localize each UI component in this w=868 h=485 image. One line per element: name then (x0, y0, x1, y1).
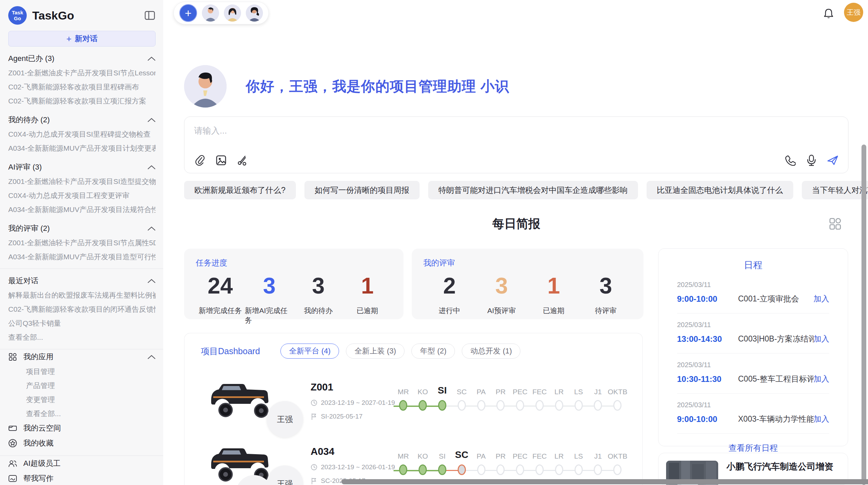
sidebar-task-item[interactable]: Z001-全新燃油皮卡产品开发项目SI节点Lesson Learn报告 (8, 66, 156, 80)
chat-input-box[interactable]: 请输入... (184, 116, 848, 173)
milestone: OKTB (608, 380, 627, 421)
suggestion-chip[interactable]: 欧洲新规最近颁布了什么? (184, 181, 296, 199)
stat-column: 2进行中 (423, 272, 475, 315)
project-row[interactable]: 王强Z0012023-12-19 ~ 2027-01-19SI-2025-05-… (201, 378, 627, 423)
layout-grid-icon[interactable] (828, 216, 842, 231)
schedule-item: 2025/03/119:00-10:00X003-车辆动力学性能验...加入 (677, 394, 829, 434)
chevron-up-icon[interactable] (147, 56, 156, 61)
project-dates: 2023-12-19 ~ 2026-01-19 (311, 463, 390, 471)
sidebar-collapse-icon[interactable] (144, 10, 156, 21)
sidebar-tool[interactable]: AI超级员工 (8, 456, 156, 471)
milestone-label: OKTB (608, 445, 627, 460)
agent-avatar-3[interactable] (246, 4, 263, 22)
milestone-dot (399, 464, 407, 475)
voice-call-icon[interactable] (784, 154, 796, 166)
milestone-dot (516, 400, 524, 411)
join-link[interactable]: 加入 (813, 334, 829, 344)
recent-conversation-item[interactable]: C02-飞腾新能源轻客改款项目的闭环通告反馈情况 (8, 302, 156, 316)
add-agent-button[interactable]: + (179, 4, 197, 22)
milestone: KO (413, 380, 433, 421)
chevron-up-icon[interactable] (147, 165, 156, 170)
sidebar-app-item[interactable]: 项目管理 (8, 364, 156, 378)
join-link[interactable]: 加入 (813, 374, 829, 384)
sidebar-recent-header[interactable]: 最近对话 (8, 274, 156, 288)
sidebar-task-item[interactable]: C02-飞腾新能源轻客改款项目立项汇报方案 (8, 94, 156, 108)
milestone-dot (477, 464, 485, 475)
agent-avatar-1[interactable] (202, 4, 219, 22)
send-icon[interactable] (827, 154, 839, 166)
milestone-label: OKTB (608, 380, 627, 396)
sidebar-apps-header[interactable]: 我的应用 (8, 349, 156, 364)
sidebar-section-title: AI评审 (3) (8, 162, 42, 172)
stat-grid: 24新增完成任务3新增AI完成任务3我的待办1已逾期 (196, 272, 392, 325)
new-chat-button[interactable]: + 新对话 (8, 31, 156, 47)
main-area: + 王强 你好，王强，我是你的项目管理助理 小识 请输入... (163, 0, 868, 485)
suggestion-chip[interactable]: 当下年轻人对汽车外观有怎样的喜好趋势 (802, 181, 868, 199)
sidebar-task-item[interactable]: Z001-全新燃油轻卡产品开发项目SI造型提交物评审 (8, 174, 156, 188)
stat-label: AI预评审 (487, 306, 516, 315)
milestone-dot (613, 464, 622, 475)
dashboard-tab[interactable]: 动总开发 (1) (462, 344, 520, 359)
vertical-scrollbar[interactable] (861, 145, 866, 485)
suggestion-chip[interactable]: 如何写一份清晰的项目周报 (304, 181, 420, 199)
daily-brief-header: 每日简报 (184, 216, 848, 232)
sidebar-task-item[interactable]: A034-全新新能源MUV产品开发项目计划变更表编写 (8, 141, 156, 155)
suggestion-chip[interactable]: 特朗普可能对进口汽车增税会对中国车企造成哪些影响 (428, 181, 638, 199)
sidebar-section-header[interactable]: 我的评审 (2) (8, 221, 156, 236)
agent-avatar-2[interactable] (224, 4, 241, 22)
sidebar-app-item[interactable]: 产品管理 (8, 378, 156, 393)
sidebar-task-item[interactable]: C0X4-动力总成开发项目SI里程碑提交物检查 (8, 127, 156, 141)
stat-value: 3 (312, 272, 325, 300)
milestone: J1 (588, 380, 608, 421)
sidebar-app-item[interactable]: 查看全部... (8, 407, 156, 421)
user-avatar[interactable]: 王强 (844, 3, 863, 22)
stat-value: 3 (600, 272, 612, 300)
sidebar-section-header[interactable]: 我的待办 (2) (8, 113, 156, 127)
microphone-icon[interactable] (806, 154, 817, 166)
recent-conversation-item[interactable]: 公司Q3轻卡销量 (8, 316, 156, 330)
milestone: OKTB (608, 445, 627, 485)
app-title: TaskGo (32, 9, 138, 22)
chevron-up-icon[interactable] (147, 278, 156, 283)
sidebar-task-item[interactable]: A034-全新新能源MUV产品开发项目法规符合性评审 (8, 202, 156, 216)
dashboard-tab[interactable]: 年型 (2) (411, 344, 455, 359)
suggestion-chip[interactable]: 比亚迪全固态电池计划具体说了什么 (647, 181, 793, 199)
sidebar-tool[interactable]: 帮我写作 (8, 471, 156, 485)
image-upload-icon[interactable] (215, 154, 227, 166)
sidebar-link[interactable]: 我的云空间 (8, 421, 156, 436)
sidebar-task-item[interactable]: A034-全新新能源MUV产品开发项目造型可行性评审 (8, 250, 156, 264)
scissors-icon[interactable] (237, 154, 248, 166)
schedule-time: 9:00-10:00 (677, 414, 738, 424)
schedule-time: 9:00-10:00 (677, 294, 738, 304)
sidebar-recent-section: 最近对话解释最新出台的欧盟报废车法规再生塑料比例被调至15%...C02-飞腾新… (8, 274, 156, 344)
sidebar-tools: AI超级员工帮我写作创意制图 (8, 456, 156, 485)
schedule-detail: 9:00-10:00X003-车辆动力学性能验...加入 (677, 414, 829, 424)
join-link[interactable]: 加入 (813, 414, 829, 424)
milestone-label: LR (554, 445, 564, 460)
milestone-dot (594, 464, 602, 475)
dashboard-tab[interactable]: 全新上装 (3) (346, 344, 405, 359)
sidebar-section-header[interactable]: AI评审 (3) (8, 160, 156, 174)
recent-conversation-item[interactable]: 解释最新出台的欧盟报废车法规再生塑料比例被调至15%... (8, 288, 156, 302)
project-flag-text: SI-2025-05-17 (321, 413, 362, 420)
plus-icon: + (66, 34, 71, 44)
attachment-icon[interactable] (194, 154, 206, 166)
chevron-up-icon[interactable] (147, 226, 156, 231)
notification-bell-icon[interactable] (823, 8, 834, 19)
sidebar-link[interactable]: 我的收藏 (8, 436, 156, 451)
sidebar-task-item[interactable]: Z001-全新燃油轻卡产品开发项目SI节点属性5D文件评审 (8, 236, 156, 250)
chevron-up-icon[interactable] (147, 355, 156, 359)
join-link[interactable]: 加入 (813, 294, 829, 304)
dashboard-tab[interactable]: 全新平台 (4) (280, 344, 339, 359)
sidebar-tool-label: 帮我写作 (23, 473, 53, 484)
sidebar-app-item[interactable]: 变更管理 (8, 393, 156, 407)
chevron-up-icon[interactable] (147, 117, 156, 122)
sidebar-task-item[interactable]: C02-飞腾新能源轻客改款项目里程碑画布 (8, 80, 156, 94)
milestone: J1 (588, 445, 608, 485)
milestone-row: MRKOSISCPAPRPECFECLRLSJ1OKTB (394, 380, 627, 421)
milestone-row: MRKOSISCPAPRPECFECLRLSJ1OKTB (394, 445, 627, 485)
milestone: SC (452, 445, 471, 485)
sidebar-task-item[interactable]: C0X4-动力总成开发项目工程变更评审 (8, 188, 156, 202)
sidebar-section-header[interactable]: Agent已办 (3) (8, 51, 156, 66)
recent-conversation-item[interactable]: 查看全部... (8, 330, 156, 344)
